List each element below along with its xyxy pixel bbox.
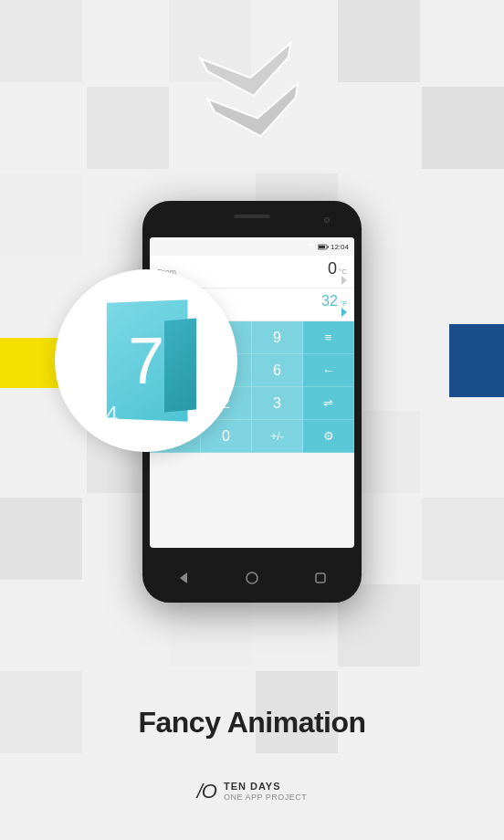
from-value-group: 0 °C <box>328 259 347 285</box>
key-swap[interactable]: ⇌ <box>303 387 354 420</box>
to-unit: °F <box>340 299 347 308</box>
bg-tile <box>0 671 82 753</box>
key-menu[interactable]: ≡ <box>303 321 354 354</box>
bg-tile <box>338 0 420 82</box>
footer-brand: /O TEN DAYS ONE APP PROJECT <box>197 780 308 803</box>
key-3[interactable]: 3 <box>252 387 303 420</box>
key-plusminus[interactable]: +/- <box>252 420 303 453</box>
blue-accent <box>449 324 504 397</box>
svg-rect-2 <box>319 246 325 248</box>
display-4: 4 <box>105 401 118 429</box>
phone-camera <box>324 217 330 223</box>
cube-side-face <box>164 318 196 412</box>
from-unit: °C <box>339 268 347 276</box>
svg-point-4 <box>247 572 257 583</box>
brand-logo-symbol: /O <box>197 780 216 803</box>
svg-rect-1 <box>327 246 329 247</box>
from-arrow <box>341 276 347 285</box>
key-9[interactable]: 9 <box>252 321 303 354</box>
back-icon <box>176 571 191 585</box>
recents-icon <box>313 571 328 585</box>
nav-back-button[interactable] <box>174 569 193 587</box>
to-unit-group: °F <box>340 299 347 317</box>
key-6[interactable]: 6 <box>252 354 303 387</box>
bg-tile <box>0 173 82 256</box>
bg-tile <box>87 87 169 169</box>
bg-tile <box>0 0 82 82</box>
bg-tile <box>0 498 82 580</box>
to-value-group: 32 °F <box>321 293 347 317</box>
from-value: 0 <box>328 259 337 278</box>
wifi-icon <box>307 243 316 250</box>
brand-text-group: TEN DAYS ONE APP PROJECT <box>224 781 307 803</box>
chevron-icon <box>188 27 316 146</box>
app-title: Fancy Animation <box>138 706 365 740</box>
phone-nav-bar <box>150 552 354 603</box>
display-dot: . <box>94 415 98 429</box>
brand-name: TEN DAYS <box>224 781 307 793</box>
battery-icon <box>318 244 329 250</box>
svg-rect-5 <box>316 573 325 583</box>
display-7: 7 <box>128 328 163 394</box>
status-icons: 12:04 <box>307 243 349 251</box>
home-icon <box>245 571 259 585</box>
bg-tile <box>422 87 504 169</box>
svg-marker-3 <box>180 572 187 583</box>
nav-home-button[interactable] <box>243 569 261 587</box>
3d-cube: 7 4 . <box>91 297 201 425</box>
key-backspace[interactable]: ← <box>303 354 354 387</box>
status-time: 12:04 <box>331 243 349 251</box>
status-bar: 12:04 <box>150 237 354 256</box>
to-arrow <box>341 308 347 317</box>
from-unit-group: °C <box>339 268 347 285</box>
to-value: 32 <box>321 293 338 310</box>
nav-recents-button[interactable] <box>311 569 330 587</box>
phone-speaker <box>234 215 270 218</box>
bg-tile <box>422 498 504 580</box>
logo-mark <box>188 27 316 146</box>
key-settings[interactable]: ⚙ <box>303 420 354 453</box>
magnifier-circle: 7 4 . <box>55 269 237 452</box>
brand-subtitle: ONE APP PROJECT <box>224 793 307 803</box>
